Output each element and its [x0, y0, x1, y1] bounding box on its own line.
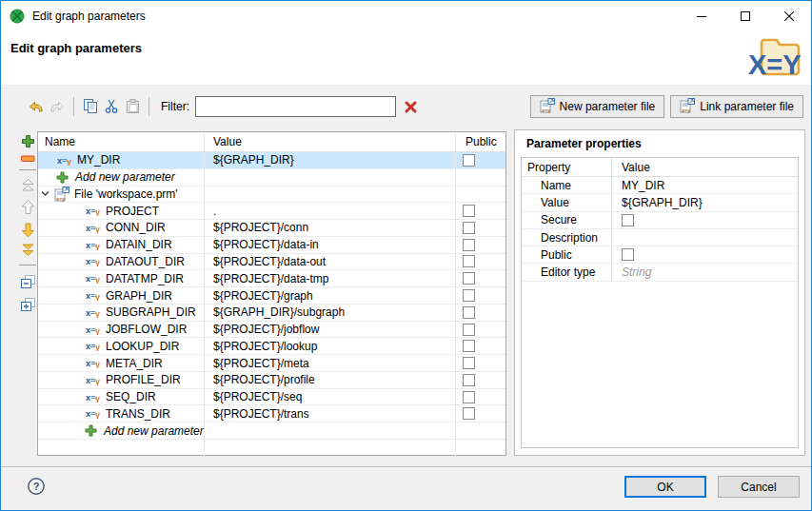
- name-cell: x=yDATAOUT_DIR: [38, 254, 205, 270]
- table-row[interactable]: x=yDATAIN_DIR${PROJECT}/data-in: [38, 237, 505, 254]
- link-parameter-file-button[interactable]: x=y Link parameter file: [670, 95, 803, 118]
- property-value[interactable]: [612, 229, 798, 246]
- public-checkbox[interactable]: [463, 374, 475, 386]
- filter-input[interactable]: [195, 96, 396, 117]
- param-name: CONN_DIR: [106, 221, 166, 234]
- move-down-icon[interactable]: [21, 222, 35, 239]
- clover-app-icon: [10, 9, 25, 24]
- table-row[interactable]: x=yDATAOUT_DIR${PROJECT}/data-out: [38, 254, 505, 271]
- copy-icon[interactable]: [80, 95, 101, 118]
- table-row[interactable]: x=yTRANS_DIR${PROJECT}/trans: [38, 405, 505, 423]
- param-name: JOBFLOW_DIR: [106, 323, 187, 336]
- undo-icon[interactable]: [26, 95, 47, 118]
- public-cell: [456, 287, 505, 304]
- close-button[interactable]: [767, 1, 811, 30]
- cancel-button[interactable]: Cancel: [718, 476, 800, 498]
- public-cell: [456, 322, 505, 338]
- table-row[interactable]: x=yDATATMP_DIR${PROJECT}/data-tmp: [38, 270, 505, 287]
- svg-text:X=Y: X=Y: [748, 49, 802, 80]
- param-value: ${PROJECT}/profile: [213, 373, 315, 386]
- add-new-parameter-row[interactable]: Add new parameter: [38, 169, 505, 187]
- public-checkbox[interactable]: [463, 205, 475, 217]
- table-row[interactable]: x=yCONN_DIR${PROJECT}/conn: [38, 220, 505, 237]
- parameter-icon: x=y: [86, 392, 100, 403]
- table-row[interactable]: x=yLOOKUP_DIR${PROJECT}/lookup: [38, 338, 505, 355]
- cut-icon[interactable]: [101, 95, 122, 118]
- property-value[interactable]: String: [612, 264, 798, 280]
- table-row[interactable]: x=ySEQ_DIR${PROJECT}/seq: [38, 389, 505, 406]
- public-checkbox[interactable]: [463, 222, 475, 234]
- property-name: Editor type: [522, 264, 612, 280]
- svg-text:y: y: [95, 275, 100, 285]
- expand-all-icon[interactable]: [20, 297, 36, 313]
- minimize-button[interactable]: [680, 1, 723, 30]
- param-name: DATAOUT_DIR: [106, 255, 185, 268]
- public-cell: [456, 187, 505, 203]
- table-row[interactable]: x=yPROJECT.: [38, 203, 505, 220]
- add-parameter-icon[interactable]: [21, 134, 35, 148]
- column-header-name: Name: [38, 132, 205, 151]
- toolbar-separator: [73, 97, 74, 116]
- svg-text:y: y: [95, 343, 100, 352]
- property-value[interactable]: [612, 246, 798, 263]
- parameters-logo-icon: X=Y: [748, 33, 809, 86]
- public-checkbox[interactable]: [463, 154, 475, 167]
- public-checkbox[interactable]: [463, 255, 475, 267]
- name-cell: x=yCONN_DIR: [38, 220, 205, 236]
- collapse-all-icon[interactable]: [20, 274, 36, 290]
- edit-graph-parameters-dialog: Edit graph parameters Edit graph paramet…: [0, 0, 812, 511]
- value-cell: ${PROJECT}/jobflow: [205, 322, 456, 338]
- public-checkbox[interactable]: [463, 272, 475, 285]
- public-checkbox[interactable]: [463, 340, 475, 352]
- toolbar-separator: [149, 97, 149, 116]
- ok-button[interactable]: OK: [624, 476, 706, 498]
- parameter-file-icon: x=y: [540, 98, 555, 116]
- help-icon[interactable]: ?: [27, 477, 46, 496]
- redo-icon[interactable]: [47, 95, 68, 118]
- move-to-top-icon[interactable]: [21, 178, 35, 192]
- table-row[interactable]: x=yGRAPH_DIR${PROJECT}/graph: [38, 287, 505, 305]
- property-name: Secure: [522, 212, 612, 228]
- public-cell: [456, 389, 505, 405]
- parameter-icon: x=y: [86, 256, 100, 266]
- svg-text:y: y: [95, 241, 100, 250]
- property-value[interactable]: [612, 212, 798, 228]
- public-checkbox[interactable]: [463, 391, 475, 403]
- property-value-text: ${GRAPH_DIR}: [622, 196, 703, 209]
- table-row[interactable]: x=yMETA_DIR${PROJECT}/meta: [38, 355, 505, 372]
- property-label: Value: [541, 196, 569, 209]
- public-checkbox[interactable]: [463, 289, 475, 302]
- table-row[interactable]: x=yMY_DIR${GRAPH_DIR}: [38, 152, 505, 169]
- parameter-file-row[interactable]: x=yFile 'workspace.prm': [38, 187, 505, 204]
- public-checkbox[interactable]: [463, 357, 475, 369]
- new-parameter-file-label: New parameter file: [560, 100, 656, 113]
- property-value[interactable]: MY_DIR: [612, 177, 798, 193]
- name-cell: x=yPROFILE_DIR: [38, 372, 205, 388]
- secure-checkbox[interactable]: [622, 214, 634, 226]
- move-to-bottom-icon[interactable]: [21, 243, 35, 257]
- public-cell: [456, 220, 505, 236]
- public-checkbox[interactable]: [463, 306, 475, 319]
- remove-parameter-icon[interactable]: [21, 154, 35, 164]
- table-row[interactable]: x=ySUBGRAPH_DIR${GRAPH_DIR}/subgraph: [38, 305, 505, 322]
- toolbar: Filter: x=y New parameter file x=y Link …: [26, 93, 803, 120]
- move-up-icon[interactable]: [21, 199, 35, 216]
- add-plus-icon: [56, 171, 69, 184]
- table-row[interactable]: x=yJOBFLOW_DIR${PROJECT}/jobflow: [38, 322, 505, 339]
- table-row[interactable]: x=yPROFILE_DIR${PROJECT}/profile: [38, 372, 505, 389]
- property-name: Name: [522, 177, 612, 193]
- public-checkbox[interactable]: [622, 248, 634, 261]
- public-checkbox[interactable]: [463, 324, 475, 336]
- maximize-button[interactable]: [723, 1, 767, 30]
- public-cell: [456, 305, 505, 321]
- chevron-down-icon[interactable]: [41, 190, 50, 197]
- clear-filter-icon[interactable]: [404, 100, 418, 114]
- property-value[interactable]: ${GRAPH_DIR}: [612, 194, 798, 210]
- public-checkbox[interactable]: [463, 407, 475, 420]
- svg-text:y: y: [95, 207, 100, 217]
- svg-text:y: y: [95, 393, 100, 403]
- paste-icon[interactable]: [122, 95, 143, 118]
- new-parameter-file-button[interactable]: x=y New parameter file: [530, 95, 665, 118]
- add-new-parameter-row[interactable]: Add new parameter: [38, 423, 505, 440]
- public-checkbox[interactable]: [463, 239, 475, 251]
